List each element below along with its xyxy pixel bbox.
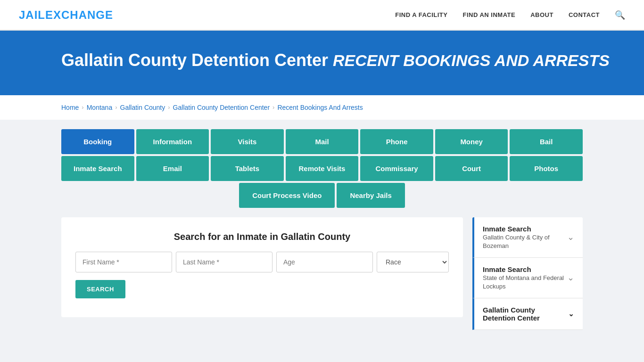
tab-money[interactable]: Money (435, 129, 508, 154)
last-name-input[interactable] (176, 252, 272, 272)
breadcrumb-gallatin-county[interactable]: Gallatin County (120, 104, 165, 111)
tab-phone[interactable]: Phone (360, 129, 433, 154)
tab-nearby-jails[interactable]: Nearby Jails (337, 183, 405, 208)
nav-find-inmate[interactable]: FIND AN INMATE (462, 11, 515, 18)
tab-visits[interactable]: Visits (211, 129, 284, 154)
sidebar-item-gallatin[interactable]: Inmate Search Gallatin County & City of … (472, 217, 583, 258)
tab-tablets[interactable]: Tablets (211, 156, 284, 181)
page-title: Gallatin County Detention Center RECENT … (61, 49, 625, 72)
tab-row-3: Court Process Video Nearby Jails (61, 183, 583, 208)
logo-exchange: EXCHANGE (45, 8, 113, 21)
logo-jail: JAIL (19, 8, 45, 21)
tab-row-1: Booking Information Visits Mail Phone Mo… (61, 129, 583, 154)
chevron-down-icon-3: ⌄ (568, 310, 574, 318)
two-column-layout: Search for an Inmate in Gallatin County … (61, 217, 583, 330)
chevron-down-icon-2: ⌄ (567, 272, 574, 283)
search-title: Search for an Inmate in Gallatin County (75, 231, 449, 242)
search-panel: Search for an Inmate in Gallatin County … (61, 217, 463, 317)
header: JAILEXCHANGE FIND A FACILITY FIND AN INM… (0, 0, 644, 31)
tab-information[interactable]: Information (136, 129, 209, 154)
tab-remote-visits[interactable]: Remote Visits (286, 156, 359, 181)
nav-find-facility[interactable]: FIND A FACILITY (395, 11, 447, 18)
tab-court-process-video[interactable]: Court Process Video (239, 183, 335, 208)
tab-row-2: Inmate Search Email Tablets Remote Visit… (61, 156, 583, 181)
first-name-input[interactable] (75, 252, 172, 272)
breadcrumb-montana[interactable]: Montana (87, 104, 112, 111)
search-inputs: Race White Black Hispanic Asian Native A… (75, 252, 449, 272)
hero-section: Gallatin County Detention Center RECENT … (0, 31, 644, 95)
breadcrumb-home[interactable]: Home (61, 104, 79, 111)
nav-contact[interactable]: CONTACT (569, 11, 600, 18)
breadcrumb-detention-center[interactable]: Gallatin County Detention Center (173, 104, 270, 111)
tab-bail[interactable]: Bail (510, 129, 583, 154)
tab-booking[interactable]: Booking (61, 129, 134, 154)
sidebar: Inmate Search Gallatin County & City of … (472, 217, 583, 330)
breadcrumb: Home › Montana › Gallatin County › Galla… (0, 95, 644, 120)
chevron-down-icon: ⌄ (567, 232, 574, 242)
sidebar-item-detention-center[interactable]: Gallatin County Detention Center ⌄ (472, 298, 583, 330)
tab-inmate-search[interactable]: Inmate Search (61, 156, 134, 181)
race-select[interactable]: Race White Black Hispanic Asian Native A… (377, 252, 449, 272)
tab-mail[interactable]: Mail (286, 129, 359, 154)
logo[interactable]: JAILEXCHANGE (19, 8, 113, 22)
tab-court[interactable]: Court (435, 156, 508, 181)
tab-photos[interactable]: Photos (510, 156, 583, 181)
search-button[interactable]: SEARCH (75, 280, 125, 298)
breadcrumb-current: Recent Bookings And Arrests (277, 104, 363, 111)
age-input[interactable] (276, 252, 373, 272)
tab-commissary[interactable]: Commissary (360, 156, 433, 181)
tab-email[interactable]: Email (136, 156, 209, 181)
main-nav: FIND A FACILITY FIND AN INMATE ABOUT CON… (395, 10, 625, 20)
search-icon-button[interactable]: 🔍 (615, 10, 625, 20)
sidebar-item-montana[interactable]: Inmate Search State of Montana and Feder… (472, 258, 583, 298)
nav-about[interactable]: ABOUT (530, 11, 553, 18)
main-content: Booking Information Visits Mail Phone Mo… (0, 120, 644, 349)
